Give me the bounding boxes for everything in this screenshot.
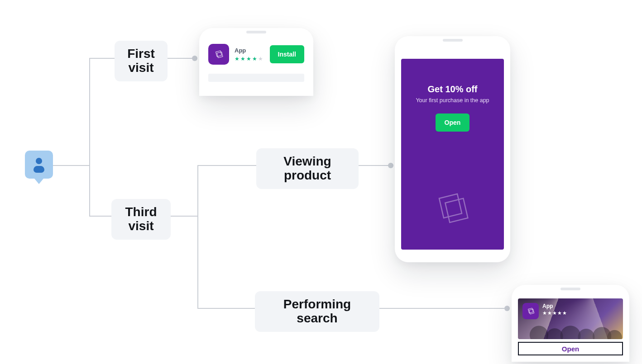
skeleton-bar <box>208 74 304 82</box>
node-label: First <box>127 47 155 61</box>
phone-install-card: App ★ ★ ★ ★ ★ Install <box>199 28 313 96</box>
star-icon: ★ <box>240 56 245 62</box>
node-label: Third <box>124 205 158 219</box>
node-performing-search: Performing search <box>255 291 379 332</box>
connector <box>89 58 90 217</box>
connector <box>89 58 115 59</box>
node-first-visit: First visit <box>115 41 168 81</box>
rating-stars: ★ ★ ★ ★ ★ <box>542 310 567 316</box>
connector <box>53 165 89 166</box>
connector <box>197 308 256 309</box>
connector <box>197 165 198 309</box>
node-viewing-product: Viewing product <box>256 148 359 189</box>
connector-endpoint <box>192 56 197 61</box>
node-third-visit: Third visit <box>111 199 171 240</box>
ticket-svg <box>526 306 536 316</box>
star-icon: ★ <box>542 310 547 316</box>
flow-diagram: First visit Third visit Viewing product … <box>0 0 642 364</box>
user-icon <box>25 151 53 179</box>
connector <box>197 165 256 166</box>
install-card: App ★ ★ ★ ★ ★ Install <box>208 44 304 96</box>
phone-notch <box>561 288 580 290</box>
user-body-icon <box>34 166 44 173</box>
app-name-label: App <box>542 303 567 309</box>
node-label: product <box>269 169 346 183</box>
install-button[interactable]: Install <box>270 45 304 63</box>
ticket-svg <box>213 48 225 60</box>
star-icon: ★ <box>246 56 251 62</box>
open-button[interactable]: Open <box>436 113 470 132</box>
connector-endpoint <box>504 306 510 311</box>
user-head-icon <box>36 158 42 164</box>
node-label: Performing <box>268 298 367 312</box>
promo-banner: App ★ ★ ★ ★ ★ <box>518 298 623 339</box>
offer-subline: Your first purchase in the app <box>416 97 489 104</box>
ticket-icon <box>208 44 229 65</box>
phone-offer: Get 10% off Your first purchase in the a… <box>395 36 510 262</box>
phone-search-banner: App ★ ★ ★ ★ ★ Open <box>512 285 629 362</box>
node-label: search <box>268 312 367 326</box>
connector-endpoint <box>388 163 393 168</box>
star-icon: ★ <box>547 310 552 316</box>
star-icon: ★ <box>557 310 562 316</box>
node-label: visit <box>127 61 155 75</box>
ticket-icon <box>522 303 539 319</box>
open-button[interactable]: Open <box>518 342 623 355</box>
star-icon: ★ <box>258 56 263 62</box>
ticket-icon <box>430 186 475 232</box>
node-label: visit <box>124 219 158 233</box>
star-icon: ★ <box>252 56 257 62</box>
phone-notch <box>443 39 463 42</box>
connector <box>359 165 388 166</box>
offer-screen: Get 10% off Your first purchase in the a… <box>401 59 504 250</box>
connector <box>379 308 504 309</box>
app-name-label: App <box>235 47 264 54</box>
node-label: Viewing <box>269 155 346 169</box>
star-icon: ★ <box>552 310 557 316</box>
offer-headline: Get 10% off <box>427 84 477 95</box>
phone-notch <box>246 31 266 33</box>
star-icon: ★ <box>235 56 240 62</box>
star-icon: ★ <box>562 310 567 316</box>
connector <box>168 216 197 217</box>
connector <box>89 216 115 217</box>
rating-stars: ★ ★ ★ ★ ★ <box>235 56 264 62</box>
connector <box>168 58 192 59</box>
